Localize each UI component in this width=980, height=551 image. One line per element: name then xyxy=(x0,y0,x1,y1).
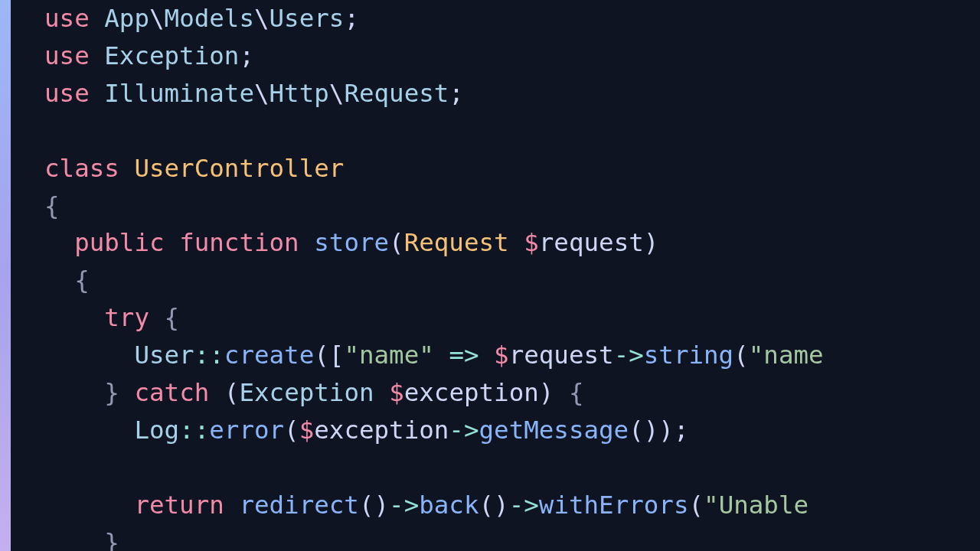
paren-close: ) xyxy=(658,416,674,445)
brace-open: { xyxy=(44,191,60,220)
variable: request xyxy=(539,228,644,257)
object-arrow: -> xyxy=(389,491,419,520)
namespace-part: Illuminate xyxy=(104,79,254,108)
paren-close: ) xyxy=(539,378,554,407)
keyword-use: use xyxy=(44,79,90,108)
paren-open: ( xyxy=(389,228,404,257)
dollar-sign: $ xyxy=(524,228,539,257)
namespace-part: Models xyxy=(165,4,254,33)
keyword-try: try xyxy=(104,303,149,332)
paren-open: ( xyxy=(284,416,299,445)
paren-open: ( xyxy=(688,491,704,520)
class-ref: Log xyxy=(134,416,179,445)
paren-open: ( xyxy=(733,341,749,370)
method-name: getMessage xyxy=(479,416,629,445)
paren-close: ) xyxy=(644,416,659,445)
brace-close: } xyxy=(104,528,119,551)
string-literal: "name xyxy=(749,341,824,370)
brace-open: { xyxy=(569,378,584,407)
backslash: \ xyxy=(254,4,270,33)
keyword-function: function xyxy=(179,228,299,257)
paren-open: ( xyxy=(479,491,495,520)
backslash: \ xyxy=(254,79,270,108)
bracket-open: [ xyxy=(329,341,345,370)
code-block: use App\Models\Users; use Exception; use… xyxy=(11,0,980,551)
paren-close: ) xyxy=(494,491,509,520)
paren-open: ( xyxy=(314,341,329,370)
method-name: back xyxy=(419,491,479,520)
namespace-part: Exception xyxy=(104,41,239,70)
string-literal: "name" xyxy=(344,341,433,370)
brace-open: { xyxy=(165,303,180,332)
object-arrow: -> xyxy=(509,491,539,520)
method-name: error xyxy=(209,416,284,445)
variable: exception xyxy=(314,416,449,445)
left-gradient-bar xyxy=(0,0,11,551)
variable: exception xyxy=(404,378,539,407)
paren-open: ( xyxy=(359,491,374,520)
dollar-sign: $ xyxy=(389,378,404,407)
namespace-part: Request xyxy=(344,79,449,108)
semicolon: ; xyxy=(239,41,254,70)
class-ref: User xyxy=(134,341,194,370)
keyword-public: public xyxy=(74,228,164,257)
namespace-part: Http xyxy=(270,79,329,108)
namespace-part: App xyxy=(104,4,149,33)
function-call: redirect xyxy=(239,491,359,520)
semicolon: ; xyxy=(674,416,689,445)
brace-open: { xyxy=(74,266,90,295)
keyword-use: use xyxy=(44,4,90,33)
function-name: store xyxy=(314,228,389,257)
string-literal: "Unable xyxy=(704,491,824,520)
namespace-part: Users xyxy=(270,4,345,33)
paren-open: ( xyxy=(224,378,240,407)
brace-close: } xyxy=(104,378,119,407)
keyword-catch: catch xyxy=(134,378,209,407)
object-arrow: -> xyxy=(614,341,644,370)
paren-close: ) xyxy=(644,228,659,257)
method-name: string xyxy=(644,341,733,370)
double-colon: :: xyxy=(194,341,224,370)
class-name: UserController xyxy=(134,154,344,183)
keyword-return: return xyxy=(134,491,224,520)
object-arrow: -> xyxy=(449,416,479,445)
code-editor[interactable]: use App\Models\Users; use Exception; use… xyxy=(11,0,980,551)
method-name: withErrors xyxy=(539,491,689,520)
paren-close: ) xyxy=(374,491,390,520)
semicolon: ; xyxy=(344,4,359,33)
dollar-sign: $ xyxy=(494,341,509,370)
type-hint: Request xyxy=(404,228,509,257)
keyword-use: use xyxy=(44,41,90,70)
dollar-sign: $ xyxy=(299,416,315,445)
backslash: \ xyxy=(149,4,165,33)
type-hint: Exception xyxy=(239,378,374,407)
backslash: \ xyxy=(329,79,345,108)
variable: request xyxy=(509,341,614,370)
method-name: create xyxy=(224,341,314,370)
double-colon: :: xyxy=(179,416,209,445)
keyword-class: class xyxy=(44,154,119,183)
paren-open: ( xyxy=(629,416,644,445)
fat-arrow: => xyxy=(449,341,479,370)
semicolon: ; xyxy=(449,79,464,108)
